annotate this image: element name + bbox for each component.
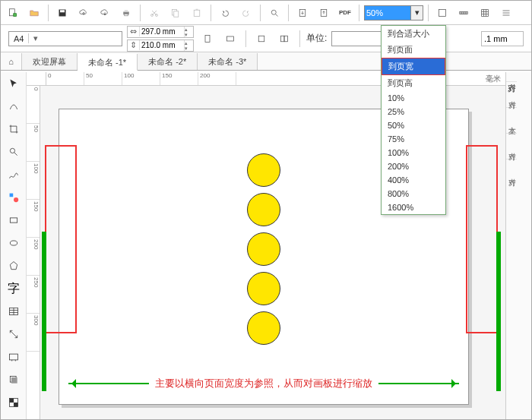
arrow-right: [378, 383, 459, 384]
annotation-red-box-left: [45, 145, 77, 333]
undo-button[interactable]: [216, 4, 234, 22]
zoom-menu-item[interactable]: 1600%: [382, 201, 445, 214]
document-tab[interactable]: 未命名 -1*: [78, 54, 138, 71]
cut-button[interactable]: [145, 4, 163, 22]
freehand-tool[interactable]: [4, 165, 24, 185]
cloud-upload-button[interactable]: [74, 4, 93, 22]
zoom-input[interactable]: [365, 6, 410, 20]
ruler-tick: 100: [27, 162, 40, 200]
docker-item[interactable]: 对齐: [506, 81, 517, 107]
docker-item[interactable]: 文本: [506, 107, 517, 133]
import-button[interactable]: [293, 4, 312, 22]
landscape-button[interactable]: [221, 30, 239, 48]
cloud-download-button[interactable]: [96, 4, 114, 22]
svg-point-25: [14, 197, 18, 202]
svg-rect-12: [196, 8, 198, 10]
svg-rect-6: [125, 14, 128, 15]
dimension-tool[interactable]: [4, 324, 24, 344]
drop-shadow-tool[interactable]: [4, 370, 24, 390]
table-tool[interactable]: [4, 302, 24, 321]
portrait-button[interactable]: [198, 30, 217, 48]
fullscreen-button[interactable]: [433, 4, 451, 22]
connector-tool[interactable]: [4, 347, 24, 367]
page-width-input[interactable]: [140, 27, 184, 36]
ruler-tick: 150: [160, 72, 198, 85]
pages-button-1[interactable]: [252, 30, 271, 48]
annotation-green-bar-right: [496, 232, 501, 391]
options-button[interactable]: [497, 4, 515, 22]
text-tool-label: 字: [8, 281, 20, 297]
zoom-menu-item[interactable]: 75%: [382, 132, 445, 146]
zoom-tool[interactable]: [4, 142, 24, 162]
search-icon[interactable]: [265, 4, 283, 22]
docker-item[interactable]: 对齐: [506, 159, 517, 185]
pick-tool[interactable]: [4, 74, 24, 93]
zoom-menu-item[interactable]: 25%: [382, 105, 445, 118]
property-bar: A4 ▾ ⇔ ▴▾ ⇕ ▴▾ 单位: ▾: [1, 25, 531, 52]
rulers-button[interactable]: [454, 4, 473, 22]
ruler-tick: 100: [122, 72, 160, 85]
export-button[interactable]: [315, 4, 333, 22]
zoom-menu-item[interactable]: 到页面: [382, 42, 445, 58]
zoom-menu-item[interactable]: 到页高: [382, 75, 445, 91]
page-height-input[interactable]: [140, 41, 184, 49]
rectangle-tool[interactable]: [4, 210, 24, 230]
print-button[interactable]: [117, 4, 135, 22]
zoom-dropdown-icon[interactable]: ▾: [410, 6, 423, 20]
new-button[interactable]: [4, 4, 22, 22]
transparency-tool[interactable]: [4, 393, 24, 412]
zoom-menu-item[interactable]: 100%: [382, 146, 445, 159]
document-tab[interactable]: 欢迎屏幕: [22, 53, 78, 70]
zoom-combo[interactable]: ▾: [364, 5, 423, 21]
page-height-field[interactable]: ⇕ ▴▾: [127, 39, 194, 52]
zoom-menu-item[interactable]: 200%: [382, 159, 445, 173]
paper-size-combo[interactable]: A4 ▾: [8, 31, 122, 46]
zoom-menu-item[interactable]: 10%: [382, 91, 445, 105]
shape-tool[interactable]: [4, 96, 24, 116]
polygon-tool[interactable]: [4, 256, 24, 276]
zoom-menu-item[interactable]: 800%: [382, 187, 445, 201]
zoom-menu-item[interactable]: 50%: [382, 118, 445, 132]
crop-tool[interactable]: [4, 119, 24, 139]
zoom-menu-item[interactable]: 到页宽: [382, 58, 445, 75]
document-tab[interactable]: 未命名 -2*: [138, 53, 198, 70]
svg-rect-11: [194, 10, 200, 16]
circle-shape[interactable]: [247, 193, 280, 226]
zoom-menu-item[interactable]: 400%: [382, 173, 445, 187]
redo-button[interactable]: [237, 4, 255, 22]
home-tab-icon[interactable]: ⌂: [1, 53, 22, 70]
circle-shape[interactable]: [247, 153, 280, 187]
ruler-tick: 50: [84, 72, 122, 85]
ellipse-tool[interactable]: [4, 233, 24, 253]
circle-shape[interactable]: [247, 311, 280, 345]
text-tool[interactable]: 字: [4, 279, 24, 298]
pages-button-2[interactable]: [275, 30, 293, 48]
ruler-tick: 0: [46, 72, 84, 85]
svg-rect-19: [227, 36, 234, 41]
artistic-tool[interactable]: [4, 188, 24, 207]
svg-rect-29: [9, 354, 17, 360]
open-button[interactable]: [25, 4, 43, 22]
copy-button[interactable]: [166, 4, 185, 22]
circle-shape[interactable]: [247, 232, 280, 266]
pdf-button[interactable]: PDF: [336, 4, 354, 22]
work-area: 字 050100150200 毫米 050100150200250300 主要以…: [1, 72, 531, 419]
save-button[interactable]: [53, 4, 71, 22]
svg-point-27: [10, 241, 17, 245]
outline-width-input[interactable]: [481, 31, 524, 46]
ruler-tick: 50: [27, 124, 40, 162]
zoom-menu-item[interactable]: 到合适大小: [382, 26, 445, 42]
grid-button[interactable]: [476, 4, 494, 22]
page-width-field[interactable]: ⇔ ▴▾: [127, 26, 194, 38]
svg-rect-26: [10, 218, 17, 223]
paste-button[interactable]: [188, 4, 206, 22]
page-dimensions: ⇔ ▴▾ ⇕ ▴▾: [127, 26, 194, 52]
docker-title[interactable]: 对齐: [506, 72, 518, 81]
annotation-arrow: 主要以横向页面宽度为参照，从而对画板进行缩放: [68, 377, 459, 390]
svg-rect-16: [439, 9, 446, 16]
document-tab[interactable]: 未命名 -3*: [198, 53, 258, 70]
arrow-left: [68, 383, 149, 384]
circle-shape[interactable]: [247, 272, 280, 305]
docker-item[interactable]: 对齐: [506, 133, 517, 159]
svg-rect-34: [14, 403, 17, 406]
